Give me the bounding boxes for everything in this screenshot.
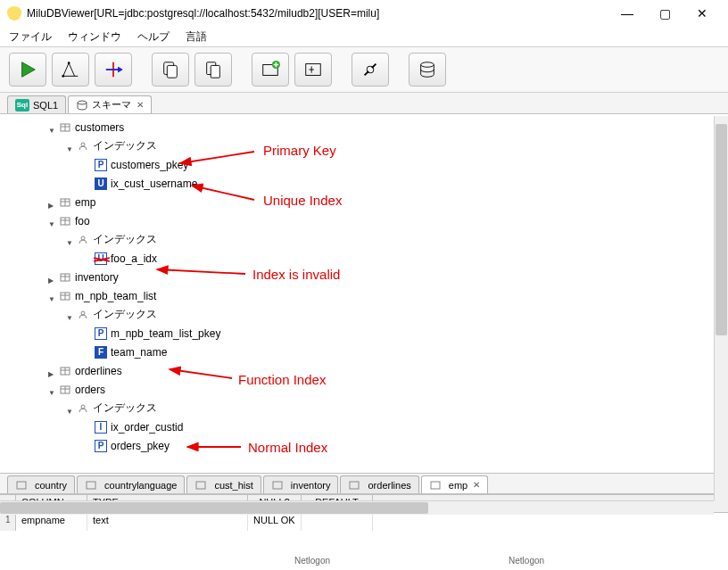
- new-tab-button[interactable]: [252, 53, 289, 87]
- grid-row[interactable]: 1 empname text NULL OK: [0, 513, 728, 531]
- table-icon: [59, 196, 71, 209]
- table-icon: [59, 290, 71, 302]
- menu-help[interactable]: ヘルプ: [137, 29, 170, 45]
- tab-schema-label: スキーマ: [92, 98, 131, 112]
- minimize-button[interactable]: —: [608, 1, 646, 26]
- svg-rect-33: [431, 482, 440, 489]
- tab-sql1[interactable]: Sql SQL1: [7, 95, 66, 113]
- svg-point-1: [62, 75, 64, 78]
- primary-key-icon: P: [95, 440, 107, 452]
- svg-point-16: [81, 236, 85, 240]
- grid-cell-type: text: [87, 513, 248, 531]
- bottom-tabstrip: country countrylanguage cust_hist invent…: [0, 473, 728, 494]
- btab-country[interactable]: country: [7, 475, 75, 493]
- table-icon: [15, 479, 28, 492]
- horizontal-scrollbar[interactable]: [0, 500, 714, 515]
- database-button[interactable]: [409, 53, 446, 87]
- schema-tree-pane: customers インデックス Pcustomers_pkey Uix_cus…: [0, 114, 728, 473]
- menu-window[interactable]: ウィンドウ: [68, 29, 121, 45]
- svg-rect-5: [211, 65, 219, 78]
- svg-rect-32: [350, 482, 359, 489]
- tree-node-ix-order-custid[interactable]: Iix_order_custid: [0, 417, 728, 436]
- table-icon: [429, 479, 442, 492]
- primary-key-icon: P: [95, 327, 107, 340]
- tree-node-customers[interactable]: customers: [0, 118, 728, 136]
- svg-point-13: [81, 143, 85, 146]
- tree-node-orderlines[interactable]: orderlines: [0, 361, 728, 380]
- table-icon: [348, 479, 360, 492]
- invalid-index-icon: U: [95, 252, 107, 265]
- paste-button[interactable]: [194, 53, 232, 87]
- schema-tree[interactable]: customers インデックス Pcustomers_pkey Uix_cus…: [0, 118, 728, 455]
- svg-rect-3: [167, 65, 177, 78]
- tab-schema-close[interactable]: ✕: [136, 100, 144, 110]
- tree-node-foo-a-idx[interactable]: Ufoo_a_idx: [0, 249, 728, 268]
- svg-point-22: [81, 405, 85, 409]
- svg-rect-31: [273, 482, 282, 489]
- tree-node-ix-cust-username[interactable]: Uix_cust_username: [0, 174, 728, 193]
- tree-node-emp[interactable]: emp: [0, 193, 728, 211]
- svg-point-10: [421, 62, 434, 68]
- sql-icon: Sql: [15, 99, 29, 112]
- tab-sql1-label: SQL1: [33, 100, 58, 111]
- connect-button[interactable]: [352, 53, 389, 87]
- tree-node-m-npb-indexes[interactable]: インデックス: [0, 305, 728, 324]
- btab-cust-hist[interactable]: cust_hist: [186, 475, 261, 493]
- status-b: Netlogon: [509, 556, 544, 570]
- tree-node-m-npb-team-list[interactable]: m_npb_team_list: [0, 286, 728, 305]
- svg-point-0: [68, 62, 70, 64]
- tree-node-team-name[interactable]: Fteam_name: [0, 343, 728, 361]
- index-folder-icon: [77, 402, 89, 415]
- run-button[interactable]: [9, 53, 46, 87]
- tree-node-customers-pkey[interactable]: Pcustomers_pkey: [0, 155, 728, 174]
- grid-cell-default: [302, 513, 373, 531]
- menubar: ファイル ウィンドウ ヘルプ 言語: [0, 27, 728, 46]
- table-icon: [59, 384, 71, 396]
- statusbar: Netlogon Netlogon: [0, 556, 728, 570]
- tree-node-foo-indexes[interactable]: インデックス: [0, 230, 728, 249]
- btab-emp[interactable]: emp✕: [421, 475, 488, 493]
- tree-node-orders-pkey[interactable]: Porders_pkey: [0, 436, 728, 455]
- window-title: MiluDBViewer[URL=jdbc:postgresql://local…: [27, 7, 608, 20]
- tree-node-orders[interactable]: orders: [0, 380, 728, 399]
- status-a: Netlogon: [294, 556, 330, 570]
- tree-node-customers-indexes[interactable]: インデックス: [0, 136, 728, 155]
- menu-file[interactable]: ファイル: [9, 29, 52, 45]
- btab-inventory[interactable]: inventory: [263, 475, 339, 493]
- normal-index-icon: I: [95, 421, 107, 434]
- toggle-button[interactable]: [95, 53, 132, 87]
- tab-schema[interactable]: スキーマ ✕: [68, 95, 152, 113]
- vertical-scrollbar[interactable]: [714, 116, 728, 500]
- btab-emp-close[interactable]: ✕: [473, 480, 480, 490]
- table-icon: [59, 215, 71, 227]
- tree-node-orders-indexes[interactable]: インデックス: [0, 399, 728, 417]
- table-icon: [59, 365, 71, 377]
- tree-node-inventory[interactable]: inventory: [0, 268, 728, 286]
- toolbar: [0, 46, 728, 93]
- table-icon: [194, 479, 207, 492]
- tree-node-m-npb-pkey[interactable]: Pm_npb_team_list_pkey: [0, 324, 728, 343]
- grid-cell-null: NULL OK: [248, 513, 302, 531]
- svg-rect-30: [196, 482, 205, 489]
- grid-cell-column: empname: [16, 513, 87, 531]
- svg-rect-29: [87, 482, 95, 489]
- titlebar: MiluDBViewer[URL=jdbc:postgresql://local…: [0, 0, 728, 27]
- btab-orderlines[interactable]: orderlines: [340, 475, 418, 493]
- btab-countrylanguage[interactable]: countrylanguage: [77, 475, 185, 493]
- copy-button[interactable]: [152, 53, 189, 87]
- tree-node-foo[interactable]: foo: [0, 211, 728, 230]
- grid-cell-rownum: 1: [0, 513, 16, 531]
- maximize-button[interactable]: ▢: [646, 1, 683, 26]
- function-index-icon: F: [95, 346, 107, 359]
- menu-lang[interactable]: 言語: [186, 29, 207, 45]
- unique-index-icon: U: [95, 178, 107, 190]
- index-folder-icon: [77, 140, 89, 153]
- close-button[interactable]: ✕: [683, 1, 721, 26]
- schema-icon: [76, 99, 88, 112]
- explain-button[interactable]: [52, 53, 89, 87]
- table-icon: [59, 271, 71, 284]
- new-window-button[interactable]: [294, 53, 332, 87]
- table-icon: [85, 479, 97, 492]
- table-icon: [59, 121, 71, 134]
- index-folder-icon: [77, 309, 89, 321]
